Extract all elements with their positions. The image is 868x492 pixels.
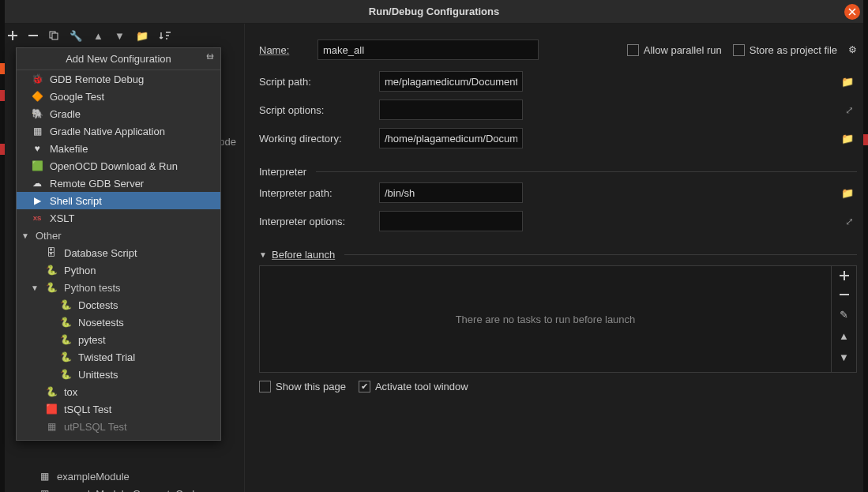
expand-icon[interactable]: ⤢	[845, 104, 854, 116]
interpreter-path-input[interactable]	[379, 182, 523, 203]
folder-icon[interactable]: 📁	[136, 30, 148, 42]
edit-task-button[interactable]: ✎	[840, 309, 848, 321]
close-button[interactable]	[844, 4, 860, 20]
config-type-label: Python	[64, 265, 96, 276]
config-type-label: tSQLt Test	[64, 404, 111, 415]
titlebar: Run/Debug Configurations	[0, 0, 868, 24]
config-icon: 🟩	[31, 160, 43, 172]
up-button[interactable]: ▲	[93, 30, 103, 42]
browse-folder-icon[interactable]: 📁	[841, 133, 854, 145]
checkbox-icon	[627, 44, 639, 56]
config-type-item[interactable]: ▦utPLSQL Test	[17, 418, 220, 435]
svg-rect-1	[52, 33, 58, 39]
name-input[interactable]	[318, 39, 539, 60]
config-type-label: Google Test	[50, 91, 104, 103]
config-icon: ♥	[31, 142, 43, 155]
config-type-label: Database Script	[64, 247, 137, 259]
config-type-label: Remote GDB Server	[50, 178, 144, 190]
config-type-item[interactable]: 🔶Google Test	[17, 88, 220, 105]
before-launch-header[interactable]: ▼ Before launch	[259, 249, 857, 261]
interpreter-path-label: Interpreter path:	[259, 187, 379, 199]
config-type-item[interactable]: 🐍Unittests	[17, 366, 220, 383]
chevron-down-icon: ▼	[21, 231, 29, 240]
allow-parallel-checkbox[interactable]: Allow parallel run	[627, 44, 722, 56]
show-this-page-checkbox[interactable]: Show this page	[259, 381, 346, 392]
script-options-label: Script options:	[259, 104, 379, 116]
add-button[interactable]	[8, 31, 17, 40]
config-icon: 🐍	[59, 316, 72, 329]
interpreter-options-input[interactable]	[379, 211, 523, 231]
working-directory-label: Working directory:	[259, 133, 379, 145]
interpreter-section-header: Interpreter	[259, 166, 857, 178]
move-down-button[interactable]: ▼	[839, 351, 849, 363]
config-type-label: Gradle Native Application	[50, 126, 165, 137]
script-path-label: Script path:	[259, 76, 379, 88]
tree-toolbar: 🔧 ▲ ▼ 📁	[0, 24, 244, 47]
popup-title: Add New Configuration	[17, 48, 220, 70]
wrench-icon[interactable]: 🔧	[70, 30, 82, 42]
config-type-item[interactable]: 🐍Nosetests	[17, 314, 220, 331]
config-icon: ▦	[45, 420, 58, 433]
cmake-icon: ▦	[38, 487, 51, 492]
config-type-item[interactable]: ▦Gradle Native Application	[17, 122, 220, 140]
config-icon: 🐍	[59, 368, 72, 381]
config-type-item[interactable]: ☁Remote GDB Server	[17, 175, 220, 192]
config-type-group[interactable]: ▼🐍Python tests	[17, 279, 220, 296]
tree-item-label: exampleModule-GenerateCode	[57, 488, 200, 493]
checkbox-icon	[733, 44, 745, 56]
config-icon: 🗄	[45, 246, 58, 259]
right-editor-gutter	[863, 0, 868, 492]
config-type-item[interactable]: 🐍Python	[17, 261, 220, 279]
tree-item-examplemodule-generatecode[interactable]: ▦ exampleModule-GenerateCode	[0, 485, 244, 492]
sort-icon[interactable]	[160, 31, 171, 40]
config-type-item[interactable]: 🐞GDB Remote Debug	[17, 70, 220, 88]
tree-item-examplemodule[interactable]: ▦ exampleModule	[0, 468, 244, 485]
config-type-item[interactable]: 🐍tox	[17, 383, 220, 400]
browse-folder-icon[interactable]: 📁	[841, 187, 854, 199]
window-title: Run/Debug Configurations	[0, 6, 868, 17]
config-type-label: Other	[36, 230, 62, 242]
config-type-item[interactable]: 🟩OpenOCD Download & Run	[17, 157, 220, 175]
copy-button[interactable]	[49, 31, 58, 40]
config-type-item[interactable]: ♥Makefile	[17, 140, 220, 157]
config-type-item[interactable]: ▶Shell Script	[17, 192, 220, 209]
config-type-group[interactable]: ▼Other	[17, 227, 220, 244]
config-icon: 🐍	[45, 281, 58, 294]
store-as-project-file-checkbox[interactable]: Store as project file	[733, 44, 837, 56]
move-up-button[interactable]: ▲	[839, 330, 849, 342]
add-task-button[interactable]	[840, 271, 849, 280]
activate-tool-window-checkbox[interactable]: Activate tool window	[359, 381, 468, 392]
config-type-label: Python tests	[64, 282, 121, 294]
config-type-label: XSLT	[50, 212, 75, 224]
config-type-item[interactable]: 🐍pytest	[17, 331, 220, 348]
remove-button[interactable]	[28, 31, 38, 40]
before-launch-empty-text: There are no tasks to run before launch	[260, 266, 831, 372]
down-button[interactable]: ▼	[115, 30, 125, 42]
config-icon: 🐞	[31, 73, 43, 85]
gear-icon[interactable]: ⚙	[848, 44, 857, 55]
interpreter-options-label: Interpreter options:	[259, 216, 379, 227]
config-icon: 🐍	[59, 351, 72, 363]
collapse-icon[interactable]	[205, 51, 216, 62]
cmake-icon: ▦	[38, 470, 51, 483]
config-icon: 🔶	[31, 90, 43, 103]
before-launch-panel: There are no tasks to run before launch …	[259, 265, 857, 373]
remove-task-button[interactable]	[840, 290, 849, 299]
config-type-label: pytest	[78, 334, 106, 346]
config-type-item[interactable]: 🟥tSQLt Test	[17, 400, 220, 418]
config-icon: XS	[31, 212, 43, 224]
config-type-item[interactable]: XSXSLT	[17, 209, 220, 227]
working-directory-input[interactable]	[379, 128, 523, 148]
config-type-item[interactable]: 🐍Twisted Trial	[17, 348, 220, 366]
browse-folder-icon[interactable]: 📁	[841, 76, 854, 88]
config-icon: 🐍	[59, 333, 72, 346]
config-type-item[interactable]: 🐍Doctests	[17, 296, 220, 314]
script-path-input[interactable]	[379, 71, 523, 92]
config-type-item[interactable]: 🗄Database Script	[17, 244, 220, 261]
config-type-label: tox	[64, 386, 77, 398]
expand-icon[interactable]: ⤢	[845, 216, 854, 227]
script-options-input[interactable]	[379, 100, 523, 120]
config-icon: 🐍	[59, 299, 72, 311]
config-type-item[interactable]: 🐘Gradle	[17, 105, 220, 122]
config-type-label: Gradle	[50, 108, 81, 120]
